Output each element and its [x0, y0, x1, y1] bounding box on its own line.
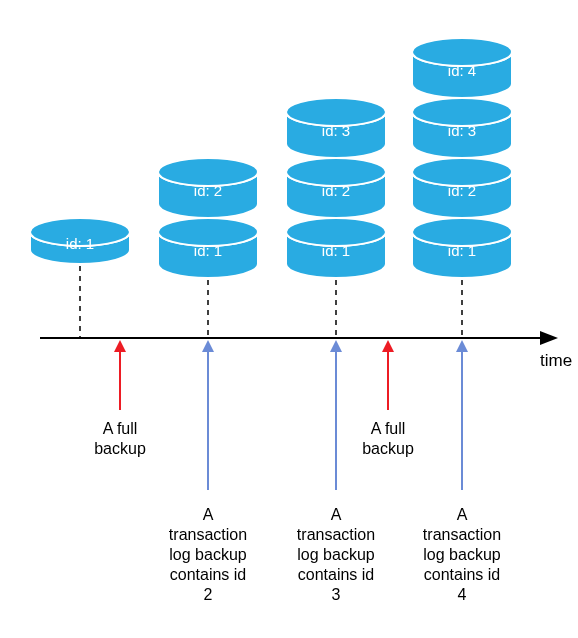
- disk-s0-d0: id: 1: [30, 218, 130, 264]
- arrowhead-icon: [382, 340, 394, 352]
- time-axis-arrowhead: [540, 331, 558, 345]
- disk-label: id: 1: [194, 242, 222, 259]
- backup-timeline-diagram: id: 1id: 1id: 2id: 1id: 2id: 3id: 1id: 2…: [0, 0, 578, 638]
- full-backup-caption: A fullbackup: [94, 420, 146, 457]
- full-backup-caption: A fullbackup: [362, 420, 414, 457]
- arrowhead-icon: [456, 340, 468, 352]
- log-backup-caption: Atransactionlog backupcontains id3: [297, 506, 375, 603]
- disk-label: id: 2: [448, 182, 476, 199]
- disk-s2-d2: id: 3: [286, 98, 386, 158]
- disk-label: id: 3: [322, 122, 350, 139]
- disk-label: id: 4: [448, 62, 476, 79]
- disk-s2-d0: id: 1: [286, 218, 386, 278]
- log-backup-caption: Atransactionlog backupcontains id2: [169, 506, 247, 603]
- time-axis-label: time: [540, 351, 572, 370]
- disk-s3-d3: id: 4: [412, 38, 512, 98]
- disk-s3-d1: id: 2: [412, 158, 512, 218]
- arrowhead-icon: [114, 340, 126, 352]
- disk-label: id: 2: [194, 182, 222, 199]
- disk-label: id: 1: [448, 242, 476, 259]
- disk-s2-d1: id: 2: [286, 158, 386, 218]
- disk-label: id: 1: [322, 242, 350, 259]
- disk-s3-d2: id: 3: [412, 98, 512, 158]
- disk-label: id: 1: [66, 235, 94, 252]
- disk-label: id: 2: [322, 182, 350, 199]
- arrowhead-icon: [330, 340, 342, 352]
- disk-s1-d1: id: 2: [158, 158, 258, 218]
- disk-s3-d0: id: 1: [412, 218, 512, 278]
- disk-label: id: 3: [448, 122, 476, 139]
- log-backup-caption: Atransactionlog backupcontains id4: [423, 506, 501, 603]
- arrowhead-icon: [202, 340, 214, 352]
- disk-s1-d0: id: 1: [158, 218, 258, 278]
